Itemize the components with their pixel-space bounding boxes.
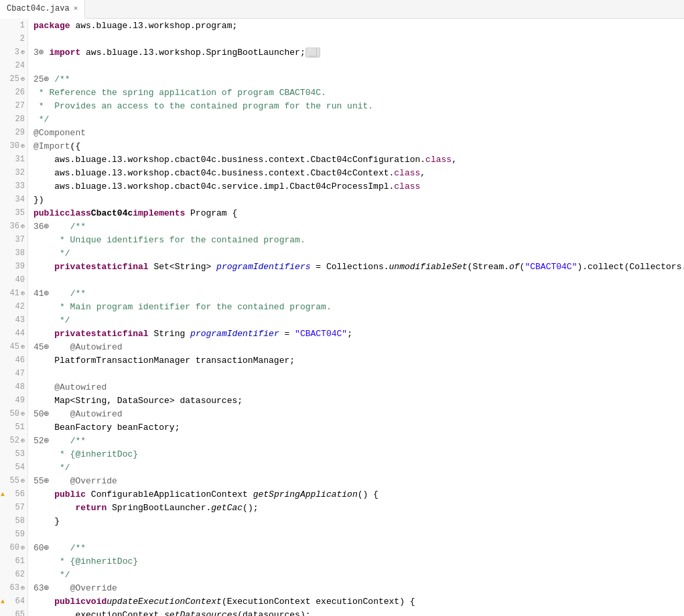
code-line-36: 36⊕ /** [28, 220, 684, 233]
code-line-63: 63⊕ @Override [28, 581, 684, 595]
code-line-1: package aws.bluage.l3.workshop.program; [28, 19, 684, 32]
gutter-line-40: 40 [0, 273, 27, 287]
gutter-line-56: ▲56 [0, 487, 27, 501]
code-line-57: return SpringBootLauncher.getCac(); [28, 501, 684, 514]
code-line-46: PlatformTransactionManager transactionMa… [28, 354, 684, 367]
code-line-24 [28, 59, 684, 72]
gutter-line-35: 35 [0, 206, 27, 220]
code-line-49: Map<String, DataSource> datasources; [28, 394, 684, 407]
code-line-65: executionContext.setDatasources(datasour… [28, 608, 684, 616]
gutter-line-46: 46 [0, 354, 27, 367]
code-line-32: aws.bluage.l3.workshop.cbact04c.business… [28, 166, 684, 179]
code-line-62: */ [28, 568, 684, 581]
code-line-45: 45⊕ @Autowired [28, 340, 684, 354]
tab-label: Cbact04c.java [7, 4, 70, 13]
gutter-line-32: 32 [0, 166, 27, 179]
code-line-50: 50⊕ @Autowired [28, 407, 684, 420]
gutter-line-53: 53 [0, 447, 27, 461]
code-line-41: 41⊕ /** [28, 287, 684, 300]
gutter-line-41: 41⊕ [0, 287, 27, 300]
code-line-44: private static final String programIdent… [28, 327, 684, 340]
code-line-28: */ [28, 112, 684, 126]
gutter-line-36: 36⊕ [0, 220, 27, 233]
gutter-line-55: 55⊕ [0, 474, 27, 487]
code-line-33: aws.bluage.l3.workshop.cbact04c.service.… [28, 179, 684, 193]
tab-bar: Cbact04c.java × [0, 0, 684, 19]
gutter-line-38: 38 [0, 246, 27, 260]
gutter-line-31: 31 [0, 153, 27, 166]
gutter-line-43: 43 [0, 313, 27, 327]
code-line-58: } [28, 514, 684, 528]
gutter-line-28: 28 [0, 112, 27, 126]
gutter-line-65: 65 [0, 608, 27, 616]
code-line-47 [28, 367, 684, 380]
gutter-line-45: 45⊕ [0, 340, 27, 354]
code-line-59 [28, 528, 684, 541]
gutter-line-58: 58 [0, 514, 27, 528]
code-line-37: * Unique identifiers for the contained p… [28, 233, 684, 246]
code-area[interactable]: package aws.bluage.l3.workshop.program;3… [28, 19, 684, 616]
editor-tab[interactable]: Cbact04c.java × [0, 0, 85, 19]
gutter-line-29: 29 [0, 126, 27, 139]
code-line-48: @Autowired [28, 380, 684, 394]
gutter-line-24: 24 [0, 59, 27, 72]
gutter-line-34: 34 [0, 193, 27, 206]
code-line-26: * Reference the spring application of pr… [28, 86, 684, 99]
code-line-30: @Import({ [28, 139, 684, 153]
code-line-51: BeanFactory beanFactory; [28, 420, 684, 434]
code-line-29: @Component [28, 126, 684, 139]
code-line-56: public ConfigurableApplicationContext ge… [28, 487, 684, 501]
gutter-line-2: 2 [0, 32, 27, 46]
tab-close-icon[interactable]: × [74, 5, 78, 13]
code-line-27: * Provides an access to the contained pr… [28, 99, 684, 112]
gutter-line-26: 26 [0, 86, 27, 99]
gutter-line-60: 60⊕ [0, 541, 27, 554]
gutter-line-47: 47 [0, 367, 27, 380]
editor-area: 123⊕2425⊕2627282930⊕313233343536⊕3738394… [0, 19, 684, 616]
code-line-40 [28, 273, 684, 287]
gutter-line-57: 57 [0, 501, 27, 514]
gutter-line-51: 51 [0, 420, 27, 434]
code-line-35: public class Cbact04c implements Program… [28, 206, 684, 220]
code-line-34: }) [28, 193, 684, 206]
code-line-54: */ [28, 461, 684, 474]
gutter-line-59: 59 [0, 528, 27, 541]
gutter-line-3: 3⊕ [0, 46, 27, 59]
gutter-line-63: 63⊕ [0, 581, 27, 595]
gutter-line-54: 54 [0, 461, 27, 474]
gutter-line-48: 48 [0, 380, 27, 394]
code-line-38: */ [28, 246, 684, 260]
code-line-42: * Main program identifier for the contai… [28, 300, 684, 313]
gutter-line-25: 25⊕ [0, 72, 27, 86]
code-line-52: 52⊕ /** [28, 434, 684, 447]
gutter-line-49: 49 [0, 394, 27, 407]
code-line-61: * {@inheritDoc} [28, 554, 684, 568]
gutter-line-27: 27 [0, 99, 27, 112]
code-line-53: * {@inheritDoc} [28, 447, 684, 461]
gutter-line-61: 61 [0, 554, 27, 568]
gutter-line-33: 33 [0, 179, 27, 193]
gutter-line-37: 37 [0, 233, 27, 246]
gutter-line-50: 50⊕ [0, 407, 27, 420]
gutter-line-39: 39 [0, 260, 27, 273]
gutter-line-1: 1 [0, 19, 27, 32]
code-line-3: 3⊕ import aws.bluage.l3.workshop.SpringB… [28, 46, 684, 59]
gutter-line-52: 52⊕ [0, 434, 27, 447]
gutter-line-42: 42 [0, 300, 27, 313]
code-line-25: 25⊕ /** [28, 72, 684, 86]
gutter: 123⊕2425⊕2627282930⊕313233343536⊕3738394… [0, 19, 28, 616]
code-line-55: 55⊕ @Override [28, 474, 684, 487]
code-line-43: */ [28, 313, 684, 327]
code-line-64: public void updateExecutionContext(Execu… [28, 595, 684, 608]
code-line-2 [28, 32, 684, 46]
code-line-31: aws.bluage.l3.workshop.cbact04c.business… [28, 153, 684, 166]
gutter-line-62: 62 [0, 568, 27, 581]
gutter-line-44: 44 [0, 327, 27, 340]
code-line-39: private static final Set<String> program… [28, 260, 684, 273]
gutter-line-30: 30⊕ [0, 139, 27, 153]
code-line-60: 60⊕ /** [28, 541, 684, 554]
gutter-line-64: ▲64 [0, 595, 27, 608]
